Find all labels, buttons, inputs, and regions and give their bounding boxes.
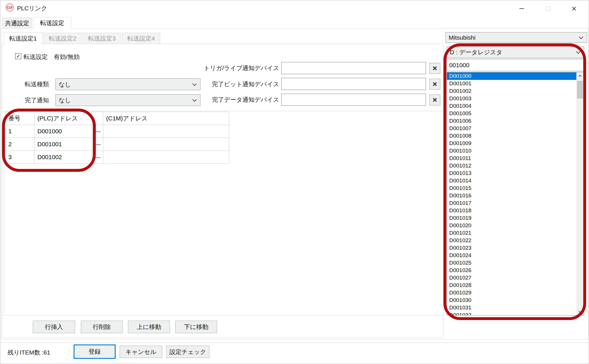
device-list-item[interactable]: D001024 [447,252,577,259]
c1m-address-cell [103,138,229,151]
device-list-item[interactable]: D001019 [447,214,577,222]
device-list-item[interactable]: D001007 [447,125,577,132]
delete-row-button[interactable]: 行削除 [81,321,123,333]
device-list-item[interactable]: D001001 [447,80,577,87]
maker-select[interactable]: Mitsubishi [445,32,587,43]
device-list-item[interactable]: D001023 [447,244,577,252]
divider [0,342,589,343]
insert-row-button[interactable]: 行挿入 [33,321,75,333]
row-number-cell: 2 [5,138,35,151]
device-list-item[interactable]: D001003 [447,95,577,102]
complete-data-device-label: 完了データ通知デバイス [150,96,279,104]
device-list-item[interactable]: D001020 [447,222,577,229]
device-list-item[interactable]: D001010 [447,147,577,155]
close-icon: × [571,4,577,13]
chevron-down-icon [578,309,582,313]
table-body: 1 D001000 — 2 D001001 — 3 D0 [5,125,229,164]
device-type-value: D : データレジスタ [450,48,502,56]
column-header-plc-address: (PLC)アドレス [35,112,92,125]
device-list-item[interactable]: D001005 [447,110,577,117]
device-list-item[interactable]: D001012 [447,162,577,170]
column-header-separator [92,112,103,125]
device-type-select[interactable]: D : データレジスタ [447,47,584,58]
close-button[interactable]: × [567,4,581,13]
complete-bit-device-input[interactable] [281,78,426,90]
device-list-scrollbar[interactable] [576,73,584,315]
device-list-item[interactable]: D001009 [447,140,577,147]
complete-notify-label: 完了通知 [25,96,49,104]
device-list-item[interactable]: D001015 [447,184,577,192]
trigger-device-input[interactable] [281,62,426,74]
tab-common-settings[interactable]: 共通設定 [2,18,32,29]
device-list-item[interactable]: D001014 [447,177,577,184]
subtab-transfer-1[interactable]: 転送設定1 [4,32,42,45]
maximize-icon [546,7,550,11]
complete-data-clear-button[interactable]: × [429,95,440,105]
transfer-enable-label: 転送設定 有効/無効 [24,53,80,61]
cancel-button[interactable]: キャンセル [120,346,162,358]
scroll-down-button[interactable] [576,307,584,315]
subtab-transfer-2[interactable]: 転送設定2 [43,33,82,44]
settings-check-button[interactable]: 設定チェック [166,346,209,358]
device-list-item[interactable]: D001022 [447,237,577,244]
device-list-item[interactable]: D001006 [447,117,577,125]
register-button[interactable]: 登録 [74,344,116,359]
minimize-icon [519,8,524,9]
plc-link-window: C1F PLCリンク × 共通設定 転送設定 転送設定1 転送設定2 転送設定3… [0,0,589,364]
transfer-type-value: なし [59,80,71,88]
subtab-transfer-3[interactable]: 転送設定3 [83,33,121,44]
table-row[interactable]: 3 D001002 — [5,151,229,164]
table-row[interactable]: 1 D001000 — [5,125,229,138]
chevron-up-icon [578,75,582,78]
column-header-c1m-address: (C1M)アドレス [103,112,229,125]
complete-bit-device-label: 完了ビット通知デバイス [150,80,279,88]
device-list-item[interactable]: D001026 [447,267,577,274]
subtab-transfer-4[interactable]: 転送設定4 [122,33,160,44]
address-table: 番号 (PLC)アドレス (C1M)アドレス 1 D001000 — 2 [4,111,443,315]
trigger-clear-button[interactable]: × [429,63,440,74]
device-list-item[interactable]: D001017 [447,199,577,207]
device-list-item[interactable]: D001028 [447,282,577,289]
device-list-item[interactable]: D001025 [447,259,577,267]
device-list-item[interactable]: D001018 [447,207,577,214]
move-down-button[interactable]: 下に移動 [175,321,217,333]
complete-data-device-input[interactable] [281,94,426,106]
device-address-input[interactable] [447,59,584,71]
title-bar: C1F PLCリンク × [0,0,589,15]
chevron-down-icon [576,49,581,54]
chevron-down-icon [579,34,584,39]
device-list-item[interactable]: D001030 [447,296,577,304]
transfer-type-label: 転送種類 [25,80,49,88]
row-number-cell: 3 [5,151,35,164]
device-list[interactable]: D001000 D001001 D001002 D001003 D001004 … [447,72,584,315]
device-list-item[interactable]: D001000 [447,72,577,80]
device-list-item[interactable]: D001029 [447,289,577,296]
device-list-item[interactable]: D001011 [447,155,577,162]
scrollbar-thumb[interactable] [577,81,583,99]
minimize-button[interactable] [515,4,528,13]
table-row[interactable]: 2 D001001 — [5,138,229,151]
complete-notify-value: なし [59,96,71,104]
c1m-address-cell [103,151,229,164]
device-list-item[interactable]: D001021 [447,229,577,237]
maximize-button[interactable] [542,4,555,13]
device-list-item[interactable]: D001008 [447,132,577,140]
scroll-up-button[interactable] [576,73,584,80]
remaining-items-label: 残りITEM数 :61 [7,348,50,357]
trigger-device-label: トリガ/ライブ通知デバイス [150,64,279,72]
device-list-item[interactable]: D001013 [447,170,577,177]
device-list-item[interactable]: D001031 [447,304,577,311]
transfer-enable-checkbox[interactable]: ✓ [15,53,21,59]
device-list-item[interactable]: D001002 [447,87,577,95]
device-list-item[interactable]: D001027 [447,274,577,282]
device-list-item[interactable]: D001004 [447,102,577,110]
tab-transfer-settings[interactable]: 転送設定 [33,17,71,29]
device-list-item[interactable]: D001032 [447,311,577,315]
device-list-item[interactable]: D001016 [447,192,577,199]
column-header-number: 番号 [5,112,35,125]
window-title: PLCリンク [17,4,47,12]
move-up-button[interactable]: 上に移動 [128,321,170,333]
device-list-items: D001000 D001001 D001002 D001003 D001004 … [447,72,584,315]
complete-bit-clear-button[interactable]: × [429,79,440,90]
separator-cell: — [92,125,103,138]
